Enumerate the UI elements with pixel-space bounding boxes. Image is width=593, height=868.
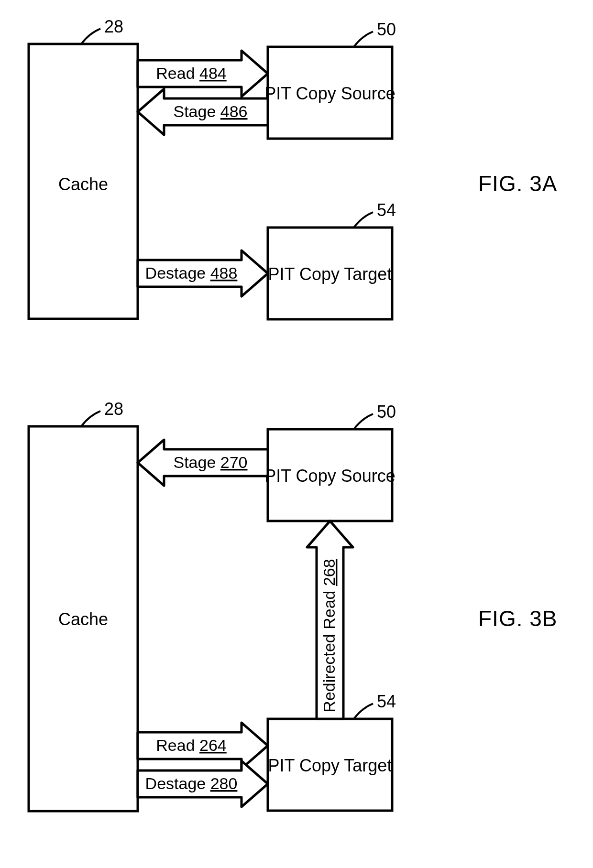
svg-text:Read 484: Read 484	[156, 64, 226, 82]
figA-source-refnum: 50	[377, 20, 396, 39]
figB-arrow-read-num: 264	[199, 736, 227, 754]
svg-text:Stage 270: Stage 270	[173, 453, 247, 471]
figA-cache-box: Cache	[29, 44, 138, 319]
figB-arrow-read: Read 264	[138, 723, 268, 769]
figB-arrow-destage-num: 280	[210, 774, 238, 792]
figA-arrow-read: Read 484	[138, 51, 268, 97]
figB-source-refnum: 50	[377, 402, 396, 422]
figB-arrow-stage-num: 270	[220, 453, 248, 471]
figA-target-box: PIT Copy Target	[268, 228, 392, 319]
figB-target-label: PIT Copy Target	[268, 756, 392, 775]
figB-title: FIG. 3B	[478, 606, 557, 631]
figA-arrow-destage: Destage 488	[138, 250, 268, 296]
figA-arrow-destage-word: Destage	[145, 264, 206, 282]
figB-target-refnum: 54	[377, 692, 396, 711]
figB-arrow-redirect-num: 268	[320, 559, 338, 586]
svg-text:Read 264: Read 264	[156, 736, 226, 754]
figA-cache-refnum: 28	[104, 17, 123, 36]
figA-arrow-stage-word: Stage	[173, 102, 216, 120]
figB-source-label: PIT Copy Source	[264, 466, 395, 486]
figA-arrow-read-num: 484	[199, 64, 227, 82]
figB-cache-box: Cache	[29, 426, 138, 811]
figA-arrow-read-word: Read	[156, 64, 195, 82]
figB-cache-label: Cache	[58, 609, 108, 629]
figB-arrow-stage: Stage 270	[138, 440, 268, 486]
svg-text:Stage 486: Stage 486	[173, 102, 247, 120]
figB-cache-refnum: 28	[104, 399, 123, 419]
figB-source-box: PIT Copy Source	[264, 429, 395, 521]
figB-arrow-destage-word: Destage	[145, 774, 206, 792]
figA-cache-label: Cache	[58, 174, 108, 194]
figB-source-ref: 50	[354, 402, 396, 429]
figA-arrow-stage: Stage 486	[138, 89, 268, 135]
figB-cache-ref: 28	[81, 399, 123, 426]
figA-source-ref: 50	[354, 20, 396, 47]
figB-arrow-stage-word: Stage	[173, 453, 216, 471]
figB-arrow-redirect-word: Redirected Read	[320, 591, 338, 713]
figB-arrow-read-word: Read	[156, 736, 195, 754]
figA-arrow-stage-num: 486	[220, 102, 248, 120]
figA-target-ref: 54	[354, 200, 396, 228]
svg-text:Destage 488: Destage 488	[145, 264, 238, 282]
figB-target-box: PIT Copy Target	[268, 719, 392, 811]
figB-arrow-redirect: Redirected Read 268	[307, 521, 353, 719]
figA-arrow-destage-num: 488	[210, 264, 238, 282]
figA-target-label: PIT Copy Target	[268, 264, 392, 284]
figA-cache-ref: 28	[81, 17, 123, 44]
figA-title: FIG. 3A	[478, 171, 557, 196]
figA-source-label: PIT Copy Source	[264, 84, 395, 103]
svg-text:Redirected Read 268: Redirected Read 268	[320, 559, 338, 712]
figB-arrow-destage: Destage 280	[138, 761, 268, 807]
svg-text:Destage 280: Destage 280	[145, 774, 238, 792]
figA-target-refnum: 54	[377, 200, 396, 220]
figB-target-ref: 54	[354, 692, 396, 719]
figA-source-box: PIT Copy Source	[264, 47, 395, 139]
diagram-canvas: Cache 28 PIT Copy Source 50 PIT Copy Tar…	[0, 0, 593, 868]
